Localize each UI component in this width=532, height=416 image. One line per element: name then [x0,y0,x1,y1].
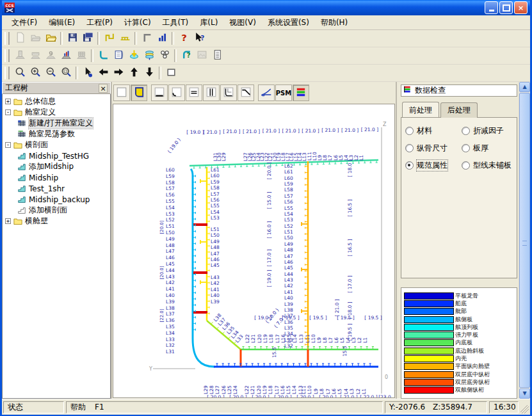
menu-item-2[interactable]: 编辑(E) [43,16,81,29]
tree-item-舱室定义[interactable]: -舱室定义 [4,107,110,118]
page-roll-button[interactable] [111,48,126,63]
help-button[interactable]: ? [176,31,191,46]
scroll-thumb[interactable] [519,93,530,388]
arrow-left-button[interactable] [95,65,111,81]
svg-text:L7: L7 [328,337,334,343]
save-all-button[interactable] [80,31,95,46]
radio-规范属性[interactable]: 规范属性 [405,160,462,171]
project-tree-close-icon[interactable]: × [99,84,108,93]
radio-dot-icon[interactable] [462,161,470,170]
minimize-button[interactable] [485,1,498,14]
tree-item-Test_1shr[interactable]: Test_1shr [4,183,110,194]
arrow-right-button[interactable] [111,65,126,81]
radio-dot-icon[interactable] [405,144,414,152]
section-bilge-button[interactable] [168,84,185,101]
menu-item-1[interactable]: 文件(F) [6,16,43,29]
tree-item-Midship[interactable]: Midship [4,172,110,183]
section-blank-button[interactable] [113,84,130,101]
tree-item-添加横剖面[interactable]: 添加横剖面 [4,205,110,216]
tree-item-横舱壁[interactable]: +横舱壁 [4,216,110,227]
corner-profile-button[interactable] [139,31,154,46]
stamp-table-button [74,48,89,63]
tree-item-Midship_backup[interactable]: Midship_backup [4,194,110,205]
radio-dot-icon[interactable] [462,127,470,135]
scroll-up-icon[interactable]: ▲ [519,82,530,92]
psm-button-button[interactable]: PSM [275,84,292,101]
expand-toggle-icon[interactable]: + [5,218,11,224]
arrow-up-icon [129,67,140,79]
scroll-down-icon[interactable]: ▼ [519,388,530,399]
context-help-button[interactable]: ? [191,31,207,46]
menu-item-7[interactable]: 视图(V) [223,16,262,29]
section-bottom-button[interactable] [151,84,168,101]
menu-item-9[interactable]: 帮助(H) [315,16,353,29]
application-window: CCS × 文件(F)编辑(E)工程(P)计算(C)工具(T)库(L)视图(V)… [0,0,532,416]
tree-item-添加Midship[interactable]: 添加Midship [4,161,110,172]
tab-后处理[interactable]: 后处理 [440,102,478,118]
tree-item-横剖面[interactable]: -横剖面 [4,140,110,150]
tree-item-新建/打开舱室定义[interactable]: 新建/打开舱室定义 [4,118,110,129]
zoom-out-button[interactable] [43,65,58,81]
document-list-button[interactable] [209,48,225,63]
radio-dot-icon[interactable] [405,161,414,170]
close-button[interactable]: × [514,1,528,14]
radio-纵骨尺寸[interactable]: 纵骨尺寸 [405,143,462,154]
menu-item-5[interactable]: 工具(T) [157,16,195,29]
grillage-button[interactable] [117,31,133,46]
maximize-button[interactable] [499,1,513,14]
section-side-button[interactable] [203,84,220,101]
toolbar-grip[interactable] [4,49,10,62]
svg-text:L3: L3 [351,337,357,343]
toolbar-grip[interactable] [4,32,10,45]
section-full-icon [223,86,234,99]
menu-item-4[interactable]: 计算(C) [118,16,157,29]
expand-toggle-icon[interactable]: - [5,109,11,115]
zoom-button[interactable] [12,65,28,81]
tree-item-舱室晃荡参数[interactable]: 舱室晃荡参数 [4,129,110,140]
molecule-button[interactable] [157,48,172,63]
menu-item-3[interactable]: 工程(P) [81,16,118,29]
svg-text:L20: L20 [257,334,262,343]
svg-text:L41: L41 [211,287,220,292]
radio-dot-icon[interactable] [405,127,414,135]
menu-item-6[interactable]: 库(L) [194,16,223,29]
expand-toggle-icon[interactable]: - [5,142,11,148]
radio-折减因子[interactable]: 折减因子 [462,125,513,136]
pan-pointer-button[interactable] [80,65,95,81]
zoom-window-button[interactable] [58,65,74,81]
arrow-down-button[interactable] [141,65,157,81]
radio-板厚[interactable]: 板厚 [462,143,513,154]
arrow-up-button[interactable] [126,65,141,81]
svg-text:L19: L19 [262,385,268,394]
layer-stack-button[interactable] [141,48,157,63]
panel-scrollbar[interactable]: ▲ ▼ [519,82,530,399]
section-full-button[interactable] [220,84,237,101]
midship-section-drawing[interactable]: YZ0[ 19.0 ][ 21.0 ][ 21.0 ][ 21.0 ][ 21.… [113,104,395,398]
expand-toggle-icon[interactable]: + [5,99,11,104]
tree-item-总体信息[interactable]: +总体信息 [4,96,110,107]
section-corner-button[interactable] [95,48,111,63]
polyline-button[interactable] [102,31,117,46]
menu-item-8[interactable]: 系统设置(S) [262,16,315,29]
save-button[interactable] [65,31,80,46]
section-active-button[interactable] [131,84,147,101]
radio-dot-icon[interactable] [462,144,470,152]
toolbar-grip[interactable] [4,67,10,79]
zoom-in-button[interactable] [28,65,43,81]
bar-chart-button[interactable] [154,31,170,46]
section-middle-button[interactable] [186,84,202,101]
drop-marker-button[interactable] [126,48,141,63]
question-section-button[interactable]: ? [179,48,194,63]
section-slope-button[interactable] [238,84,254,101]
profile-view-button[interactable] [258,84,275,101]
rgb-display-button[interactable] [293,84,309,101]
stamp-chart-button[interactable] [58,48,74,63]
section-bilge-icon [171,86,182,99]
radio-型线未铺板[interactable]: 型线未铺板 [462,160,513,171]
rectangle-button[interactable] [163,65,179,81]
open-folder-button[interactable] [43,31,58,46]
radio-材料[interactable]: 材料 [405,125,462,136]
tree-item-Midship_TestHG[interactable]: Midship_TestHG [4,150,110,161]
tab-前处理[interactable]: 前处理 [402,102,439,117]
resize-grip[interactable] [520,405,529,413]
